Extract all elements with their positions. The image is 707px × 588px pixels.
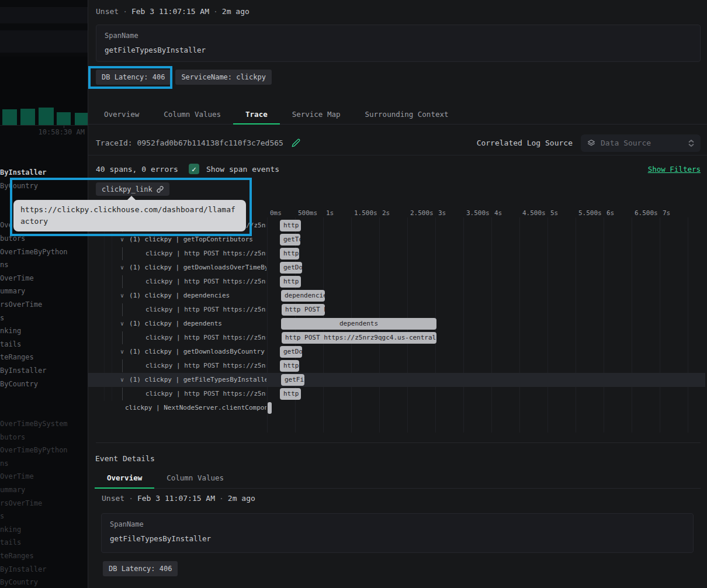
layers-icon [587,139,596,148]
span-duration-bar[interactable]: getDownloadsOverTimeBySystem [280,262,302,274]
event-meta: Unset·Feb 3 11:07:15 AM·2m ago [96,7,249,16]
span-label[interactable]: ∨(1) clickpy | getDownloadsOverTimeBySys… [96,261,266,275]
trace-span-row[interactable]: clickpy | NextNodeServer.clientComponent… [96,401,707,415]
span-duration-bar[interactable]: dependents [281,318,436,330]
sidebar-item[interactable]: ByInstaller [0,563,88,576]
data-source-select[interactable]: Data Source [581,134,701,152]
span-duration-bar[interactable]: getTopContributors [280,234,300,245]
show-span-events-checkbox[interactable]: ✓ [189,164,199,174]
span-duration-bar[interactable]: http POST https://z5nrz9qgc4.us-central1… [282,332,436,344]
chevron-down-icon[interactable]: ∨ [120,348,124,355]
db-latency-badge-bottom[interactable]: DB Latency: 406 [103,561,178,576]
span-label[interactable]: ∨(1) clickpy | dependents [96,317,266,331]
waterfall-rows: clickpy | http POST https://z5nrz9qgc4.u… [96,219,707,415]
sidebar-item[interactable]: teRanges [0,351,88,364]
sidebar-item[interactable]: OverTimeBySystem [0,417,88,431]
sidebar-item[interactable]: OverTimeByPython [0,245,88,259]
trace-span-row[interactable]: clickpy | http POST https://z5nrz9qgc4.u… [96,275,707,289]
span-duration-bar[interactable]: http POST https://z5nrz9qgc4.us-central1… [280,276,301,288]
chevron-down-icon[interactable]: ∨ [120,320,124,327]
trace-span-row[interactable]: clickpy | http POST https://z5nrz9qgc4.u… [96,359,707,373]
sidebar-item[interactable]: OverTime [0,272,88,285]
sidebar-item[interactable]: ByCountry [0,576,88,588]
time-axis-label: 6.500s [635,209,658,217]
sidebar-item[interactable]: rsOverTime [0,298,88,312]
relative-time: 2m ago [228,494,255,503]
span-label[interactable]: clickpy | http POST https://z5nrz9qgc4.u… [96,275,266,289]
sidebar-item[interactable]: ummary [0,285,88,298]
trace-span-row[interactable]: ∨(1) clickpy | getDownloadsOverTimeBySys… [96,261,707,275]
tab-trace[interactable]: Trace [233,105,280,124]
url-tooltip: https://clickpy.clickhouse.com/dashboard… [13,200,246,231]
tab-surrounding-context[interactable]: Surrounding Context [353,105,461,124]
span-label[interactable]: clickpy | http POST https://z5nrz9qgc4.u… [96,331,266,345]
chevron-down-icon[interactable]: ∨ [120,376,124,383]
sidebar-item[interactable]: s [0,312,88,325]
span-duration-bar[interactable]: http POST https://z5nrz9qgc4.us-central1… [282,304,325,316]
span-duration-bar[interactable]: dependencies [281,290,325,302]
sidebar-item[interactable]: ByCountry [0,378,88,391]
span-label[interactable]: ∨(1) clickpy | getFileTypesByInstaller [96,373,266,387]
span-label[interactable]: ∨(1) clickpy | getDownloadsByCountry [96,345,266,359]
meta-separator: · [124,494,137,503]
trace-span-row[interactable]: ∨(1) clickpy | getFileTypesByInstallerge… [96,373,707,387]
sidebar-item[interactable]: teRanges [0,549,88,563]
sidebar-item[interactable]: ns [0,457,88,471]
span-duration-bar[interactable]: getFileTypesByInstaller [281,374,304,386]
section-divider [96,442,701,443]
span-name-value: getFileTypesByInstaller [105,46,692,54]
span-label[interactable]: clickpy | NextNodeServer.clientComponent… [96,401,266,415]
trace-span-row[interactable]: ∨(1) clickpy | getDownloadsByCountrygetD… [96,345,707,359]
trace-span-row[interactable]: clickpy | http POST https://z5nrz9qgc4.u… [96,247,707,261]
span-label[interactable]: ∨(1) clickpy | dependencies [96,289,266,303]
service-name-badge[interactable]: ServiceName: clickpy [175,70,272,85]
trace-span-row[interactable]: ∨(1) clickpy | dependentsdependents [96,317,707,331]
span-label[interactable]: clickpy | http POST https://z5nrz9qgc4.u… [96,303,266,317]
sidebar-item[interactable]: s [0,510,88,523]
sidebar-item[interactable]: OverTime [0,470,88,483]
tab-overview[interactable]: Overview [92,105,151,124]
sidebar-item[interactable]: ns [0,258,88,272]
trace-span-row[interactable]: ∨(1) clickpy | dependenciesdependencies [96,289,707,303]
span-duration-bar[interactable]: http POST https://z5nrz9qgc4.us-central1… [280,360,299,372]
mini-chart-time-label: 10:58:30 AM [39,128,85,136]
span-name-key: SpanName [105,32,692,40]
ed-tab-column-values[interactable]: Column Values [154,469,236,489]
span-duration-bar[interactable]: getDownloadsByCountry [280,346,302,358]
span-duration-bar[interactable] [268,402,272,414]
span-duration-bar[interactable]: http POST https://z5nrz9qgc4.us-central1… [280,248,299,260]
mini-chart-axis [0,125,88,126]
sidebar-item[interactable]: rsOverTime [0,497,88,510]
chevron-down-icon[interactable]: ∨ [120,236,124,243]
spans-summary: 40 spans, 0 errors [96,165,178,174]
span-duration-bar[interactable]: http POST https://z5nrz9qgc4.us-central1… [280,388,301,400]
tab-service-map[interactable]: Service Map [280,105,353,124]
sidebar-item[interactable]: tails [0,338,88,351]
sidebar-item[interactable]: butors [0,431,88,444]
sidebar-item[interactable]: nking [0,523,88,537]
span-label[interactable]: clickpy | http POST https://z5nrz9qgc4.u… [96,359,266,373]
trace-span-row[interactable]: clickpy | http POST https://z5nrz9qgc4.u… [96,331,707,345]
chevron-down-icon[interactable]: ∨ [120,292,124,299]
sidebar-item[interactable]: nking [0,324,88,338]
event-details-title: Event Details [95,454,155,463]
show-filters-link[interactable]: Show Filters [648,165,701,174]
sidebar-item[interactable]: ByInstaller [0,364,88,378]
tab-column-values[interactable]: Column Values [151,105,233,124]
trace-span-row[interactable]: clickpy | http POST https://z5nrz9qgc4.u… [96,387,707,401]
span-label[interactable]: clickpy | http POST https://z5nrz9qgc4.u… [96,387,266,401]
annotation-box-db-latency [88,66,172,89]
sidebar-list-bottom: OverTimeBySystembutorsOverTimeByPythonns… [0,417,88,588]
edit-pencil-icon[interactable] [292,139,300,147]
sidebar-item[interactable]: ummary [0,483,88,497]
sidebar-item[interactable]: tails [0,536,88,549]
chevron-down-icon[interactable]: ∨ [120,264,124,271]
trace-span-row[interactable]: clickpy | http POST https://z5nrz9qgc4.u… [96,303,707,317]
ed-tab-overview[interactable]: Overview [95,469,154,489]
span-label[interactable]: clickpy | http POST https://z5nrz9qgc4.u… [96,247,266,261]
span-duration-bar[interactable]: http POST https://z5nrz9qgc4.us-central1… [280,220,301,231]
data-source-placeholder: Data Source [601,139,683,147]
correlated-log-source-label: Correlated Log Source [477,139,573,147]
time-axis-label: 1.500s [354,209,377,217]
sidebar-item[interactable]: OverTimeByPython [0,444,88,457]
